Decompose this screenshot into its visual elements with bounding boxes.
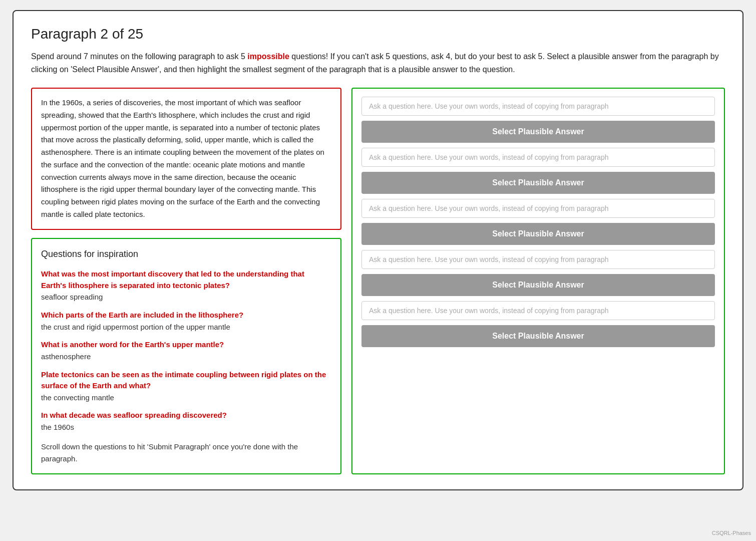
- paragraph-box: In the 1960s, a series of discoveries, t…: [31, 88, 341, 230]
- content-area: In the 1960s, a series of discoveries, t…: [31, 88, 725, 474]
- inspiration-title: Questions for inspiration: [41, 247, 331, 262]
- left-column: In the 1960s, a series of discoveries, t…: [31, 88, 341, 474]
- inspiration-q4-answer: the convecting mantle: [41, 392, 331, 404]
- page-title: Paragraph 2 of 25: [31, 26, 725, 42]
- paragraph-text: In the 1960s, a series of discoveries, t…: [41, 97, 331, 221]
- instructions-highlight: impossible: [247, 52, 289, 61]
- inspiration-q1-question: What was the most important discovery th…: [41, 268, 331, 291]
- select-answer-btn-1[interactable]: Select Plausible Answer: [361, 121, 715, 143]
- question-input-4[interactable]: [361, 250, 715, 269]
- inspiration-box: Questions for inspiration What was the m…: [31, 238, 341, 474]
- instructions-before: Spend around 7 minutes on the following …: [31, 52, 247, 61]
- scroll-note: Scroll down the questions to hit 'Submit…: [41, 441, 331, 466]
- inspiration-q5: In what decade was seafloor spreading di…: [41, 410, 331, 433]
- inspiration-q2-answer: the crust and rigid uppermost portion of…: [41, 321, 331, 334]
- inspiration-q5-question: In what decade was seafloor spreading di…: [41, 410, 331, 421]
- qa-panel: Select Plausible Answer Select Plausible…: [351, 88, 725, 474]
- main-container: Paragraph 2 of 25 Spend around 7 minutes…: [13, 10, 743, 490]
- instructions: Spend around 7 minutes on the following …: [31, 50, 725, 76]
- inspiration-q2: Which parts of the Earth are included in…: [41, 310, 331, 333]
- watermark: CSQRL-Phases: [712, 530, 751, 536]
- inspiration-q4-question: Plate tectonics can be seen as the intim…: [41, 369, 331, 392]
- inspiration-q2-question: Which parts of the Earth are included in…: [41, 310, 331, 321]
- select-answer-btn-5[interactable]: Select Plausible Answer: [361, 325, 715, 347]
- select-answer-btn-2[interactable]: Select Plausible Answer: [361, 172, 715, 194]
- question-input-5[interactable]: [361, 301, 715, 320]
- inspiration-q5-answer: the 1960s: [41, 421, 331, 434]
- inspiration-q1-answer: seafloor spreading: [41, 291, 331, 304]
- inspiration-q3-answer: asthenosphere: [41, 351, 331, 363]
- question-input-1[interactable]: [361, 97, 715, 116]
- select-answer-btn-3[interactable]: Select Plausible Answer: [361, 223, 715, 245]
- select-answer-btn-4[interactable]: Select Plausible Answer: [361, 274, 715, 296]
- inspiration-q4: Plate tectonics can be seen as the intim…: [41, 369, 331, 404]
- question-input-2[interactable]: [361, 148, 715, 167]
- inspiration-q1: What was the most important discovery th…: [41, 268, 331, 304]
- inspiration-q3: What is another word for the Earth's upp…: [41, 339, 331, 363]
- question-input-3[interactable]: [361, 199, 715, 218]
- inspiration-q3-question: What is another word for the Earth's upp…: [41, 339, 331, 351]
